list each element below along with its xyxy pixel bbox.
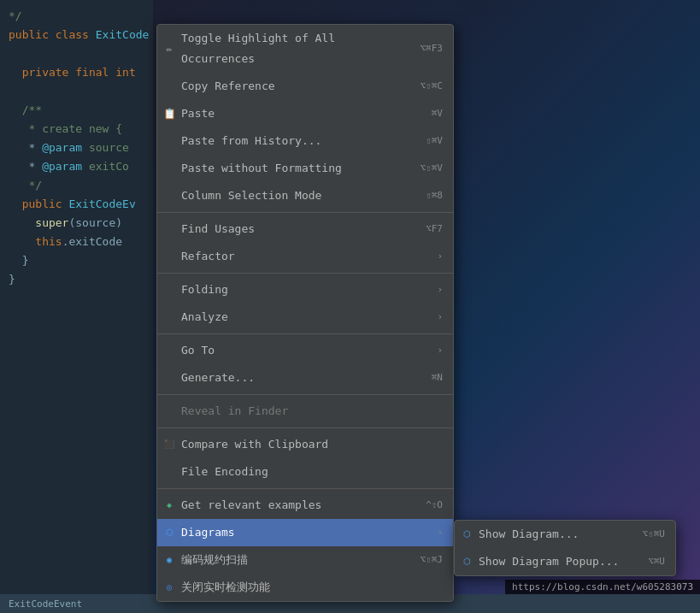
submenu-item-show-diagram[interactable]: ⬡ Show Diagram... ⌥⇧⌘U	[455, 521, 675, 548]
menu-item-shortcut: ⌥⇧⌘J	[421, 550, 444, 570]
menu-item-label: Folding	[181, 280, 432, 300]
separator	[157, 394, 453, 395]
menu-item-label: Refactor	[181, 246, 432, 267]
submenu-item-label: Show Diagram...	[479, 524, 643, 545]
menu-item-label: File Encoding	[181, 462, 443, 482]
menu-item-copy-reference[interactable]: Copy Reference ⌥⇧⌘C	[157, 73, 453, 100]
code-line	[0, 82, 154, 101]
menu-item-label: Find Usages	[181, 219, 409, 239]
menu-item-label: Reveal in Finder	[181, 401, 443, 421]
diagram-popup-icon: ⬡	[460, 555, 474, 569]
menu-item-shortcut: ⌥⌘F3	[421, 38, 444, 59]
menu-item-shortcut: ⌥F7	[426, 219, 443, 239]
code-line: }	[0, 251, 154, 270]
menu-item-label: Paste without Formatting	[181, 158, 403, 179]
status-text: ExitCodeEvent	[9, 598, 82, 610]
code-line: * @param exitCo	[0, 157, 154, 176]
menu-item-label: Toggle Highlight of All Occurrences	[181, 28, 403, 69]
menu-item-go-to[interactable]: Go To ›	[157, 337, 453, 364]
menu-item-toggle-highlight[interactable]: ✏ Toggle Highlight of All Occurrences ⌥⌘…	[157, 25, 453, 73]
menu-item-shortcut: ⇧⌘8	[426, 186, 443, 206]
compare-icon: ⬛	[162, 438, 176, 451]
submenu-item-show-diagram-popup[interactable]: ⬡ Show Diagram Popup... ⌥⌘U	[455, 548, 675, 575]
menu-item-paste-from-history[interactable]: Paste from History... ⇧⌘V	[157, 127, 453, 155]
menu-item-paste[interactable]: 📋 Paste ⌘V	[157, 100, 453, 127]
diagrams-submenu: ⬡ Show Diagram... ⌥⇧⌘U ⬡ Show Diagram Po…	[454, 520, 676, 576]
submenu-item-label: Show Diagram Popup...	[479, 551, 648, 572]
menu-item-shortcut: ⌘V	[432, 103, 443, 124]
menu-item-find-usages[interactable]: Find Usages ⌥F7	[157, 215, 453, 243]
menu-item-label: Generate...	[181, 368, 415, 388]
diagram-icon: ⬡	[460, 528, 474, 541]
menu-item-compare-with-clipboard[interactable]: ⬛ Compare with Clipboard	[157, 431, 453, 458]
relevant-icon: ◈	[162, 498, 176, 512]
menu-item-label: Paste from History...	[181, 131, 409, 151]
menu-item-realtime-check[interactable]: ◎ 关闭实时检测功能	[157, 574, 453, 601]
menu-item-analyze[interactable]: Analyze ›	[157, 304, 453, 331]
separator	[157, 488, 453, 489]
menu-item-folding[interactable]: Folding ›	[157, 276, 453, 304]
menu-item-label: 编码规约扫描	[181, 550, 403, 570]
code-line: private final int	[0, 63, 154, 82]
tooltip-url-text: https://blog.csdn.net/w605283073	[512, 581, 693, 592]
realtime-icon: ◎	[162, 581, 176, 594]
menu-item-shortcut: ⌘N	[432, 368, 443, 388]
submenu-item-shortcut: ⌥⌘U	[648, 551, 665, 572]
context-menu: ✏ Toggle Highlight of All Occurrences ⌥⌘…	[156, 24, 454, 602]
code-line: /**	[0, 101, 154, 120]
menu-item-code-check[interactable]: ◉ 编码规约扫描 ⌥⇧⌘J	[157, 546, 453, 574]
menu-item-paste-without-formatting[interactable]: Paste without Formatting ⌥⇧⌘V	[157, 155, 453, 182]
menu-item-shortcut: ^⇧O	[426, 495, 443, 516]
menu-item-column-selection-mode[interactable]: Column Selection Mode ⇧⌘8	[157, 182, 453, 209]
menu-item-generate[interactable]: Generate... ⌘N	[157, 364, 453, 392]
code-line: */	[0, 7, 154, 26]
menu-item-label: Copy Reference	[181, 76, 403, 97]
code-line: this.exitCode	[0, 233, 154, 251]
keyword: public	[9, 28, 56, 41]
code-line: */	[0, 176, 154, 195]
menu-item-label: Compare with Clipboard	[181, 434, 443, 455]
separator	[157, 333, 453, 334]
menu-item-label: Diagrams	[181, 522, 432, 543]
code-line: }	[0, 270, 154, 289]
code-line: public class ExitCode	[0, 26, 154, 44]
menu-item-diagrams[interactable]: ⬡ Diagrams ›	[157, 519, 453, 546]
paste-icon: 📋	[162, 107, 176, 121]
code-editor: */ public class ExitCode private final i…	[0, 0, 154, 613]
arrow-icon: ›	[437, 280, 443, 300]
diagrams-icon: ⬡	[162, 526, 176, 539]
separator	[157, 212, 453, 213]
menu-item-reveal-in-finder[interactable]: Reveal in Finder	[157, 398, 453, 425]
separator	[157, 427, 453, 428]
arrow-icon: ›	[437, 246, 443, 267]
code-line: super(source)	[0, 214, 154, 233]
menu-item-label: Paste	[181, 103, 415, 124]
menu-item-label: 关闭实时检测功能	[181, 577, 443, 598]
menu-item-file-encoding[interactable]: File Encoding	[157, 458, 453, 486]
menu-item-shortcut: ⌥⇧⌘V	[421, 158, 444, 179]
code-line: * create new {	[0, 120, 154, 139]
menu-item-label: Column Selection Mode	[181, 186, 409, 206]
arrow-icon: ›	[437, 307, 443, 327]
menu-item-label: Analyze	[181, 307, 432, 327]
arrow-icon: ›	[437, 340, 443, 361]
toggle-icon: ✏	[162, 42, 176, 56]
separator	[157, 273, 453, 274]
code-line: public ExitCodeEv	[0, 195, 154, 214]
menu-item-label: Go To	[181, 340, 432, 361]
arrow-icon: ›	[437, 522, 443, 543]
menu-item-shortcut: ⇧⌘V	[426, 131, 443, 151]
submenu-item-shortcut: ⌥⇧⌘U	[643, 524, 666, 545]
code-check-icon: ◉	[162, 553, 176, 567]
menu-item-get-relevant-examples[interactable]: ◈ Get relevant examples ^⇧O	[157, 492, 453, 519]
menu-item-shortcut: ⌥⇧⌘C	[421, 76, 444, 97]
menu-item-label: Get relevant examples	[181, 495, 409, 516]
code-line	[0, 44, 154, 63]
code-line: * @param source	[0, 139, 154, 157]
tooltip-url: https://blog.csdn.net/w605283073	[505, 580, 700, 594]
menu-item-refactor[interactable]: Refactor ›	[157, 243, 453, 270]
